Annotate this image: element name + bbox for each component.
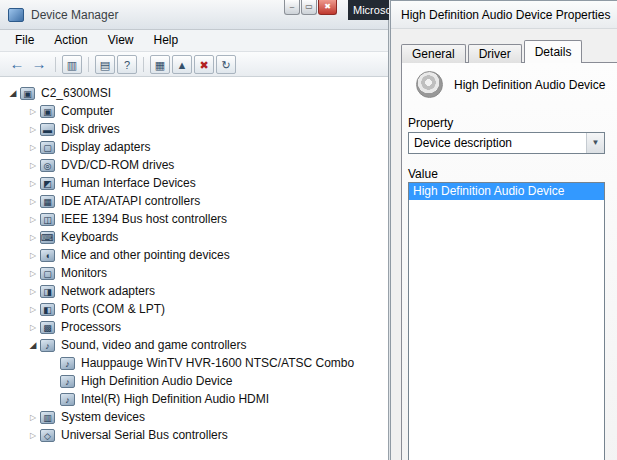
- expand-arrow-icon[interactable]: ▷: [26, 125, 40, 134]
- expand-arrow-icon[interactable]: ▷: [26, 269, 40, 278]
- tree-item-label: Disk drives: [61, 122, 120, 136]
- properties-dialog-titlebar[interactable]: High Definition Audio Device Properties: [391, 1, 617, 29]
- menu-view[interactable]: View: [98, 31, 144, 50]
- tree-item-label: IEEE 1394 Bus host controllers: [61, 212, 227, 226]
- hid-icon: ◩: [40, 177, 55, 190]
- collapse-arrow-icon[interactable]: ◢: [6, 88, 20, 98]
- tree-item[interactable]: ▷▬Disk drives: [0, 120, 387, 138]
- sound-controller-icon: ♪: [40, 339, 55, 352]
- menu-bar: FileActionViewHelp: [0, 30, 388, 52]
- expand-arrow-icon[interactable]: ▷: [26, 143, 40, 152]
- expand-arrow-icon[interactable]: ▷: [26, 179, 40, 188]
- tree-item[interactable]: ▷▩Processors: [0, 318, 387, 336]
- value-listbox[interactable]: High Definition Audio Device: [408, 182, 605, 460]
- tree-item[interactable]: ◢♪Sound, video and game controllers: [0, 336, 387, 354]
- tree-item-label: DVD/CD-ROM drives: [61, 158, 174, 172]
- tree-item[interactable]: ♪High Definition Audio Device: [0, 372, 387, 390]
- tree-item[interactable]: ▷◩Human Interface Devices: [0, 174, 387, 192]
- expand-arrow-icon[interactable]: ▷: [26, 323, 40, 332]
- export-list-icon[interactable]: ▤: [95, 55, 115, 74]
- tree-item[interactable]: ▷◨Network adapters: [0, 282, 387, 300]
- expand-arrow-icon[interactable]: ▷: [26, 215, 40, 224]
- forward-icon[interactable]: →: [29, 55, 49, 74]
- tree-item-label: Hauppauge WinTV HVR-1600 NTSC/ATSC Combo: [81, 356, 354, 370]
- tree-item[interactable]: ♪Hauppauge WinTV HVR-1600 NTSC/ATSC Comb…: [0, 354, 387, 372]
- tree-item[interactable]: ▷▢Display adapters: [0, 138, 387, 156]
- tab-strip: GeneralDriverDetails: [401, 41, 584, 63]
- toolbar-separator: [88, 57, 89, 72]
- background-window-title-text: Microsoft: [353, 4, 389, 16]
- expand-arrow-icon[interactable]: ▷: [26, 161, 40, 170]
- mouse-icon: ◖: [40, 249, 55, 262]
- tree-item[interactable]: ▷◖Mice and other pointing devices: [0, 246, 387, 264]
- expand-arrow-icon[interactable]: ▷: [26, 431, 40, 440]
- uninstall-icon[interactable]: ✖: [194, 55, 214, 74]
- tree-item[interactable]: ▷▣Computer: [0, 102, 387, 120]
- maximize-button[interactable]: ▭: [301, 0, 317, 15]
- keyboard-icon: ⌨: [40, 231, 55, 244]
- tab-driver[interactable]: Driver: [468, 44, 522, 63]
- tree-item[interactable]: ▷◧Ports (COM & LPT): [0, 300, 387, 318]
- value-list-item[interactable]: High Definition Audio Device: [409, 183, 604, 200]
- tree-item[interactable]: ▷▥System devices: [0, 408, 387, 426]
- expand-arrow-icon[interactable]: ▷: [26, 251, 40, 260]
- back-icon[interactable]: ←: [7, 55, 27, 74]
- menu-action[interactable]: Action: [44, 31, 97, 50]
- processor-icon: ▩: [40, 321, 55, 334]
- properties-icon[interactable]: ▦: [150, 55, 170, 74]
- tree-item-label: Human Interface Devices: [61, 176, 196, 190]
- minimize-button[interactable]: –: [284, 0, 300, 15]
- tree-item-label: Keyboards: [61, 230, 118, 244]
- value-label: Value: [408, 167, 438, 181]
- expand-arrow-icon[interactable]: ▷: [26, 197, 40, 206]
- device-manager-title: Device Manager: [31, 8, 118, 22]
- tree-item[interactable]: ◢▣C2_6300MSI: [0, 84, 387, 102]
- device-manager-titlebar[interactable]: Device Manager –▭✖: [0, 0, 388, 30]
- toolbar: ←→▥▤?▦▲✖↻: [0, 52, 388, 77]
- property-dropdown-value: Device description: [414, 136, 512, 150]
- ide-controller-icon: ▦: [40, 195, 55, 208]
- tree-item[interactable]: ♪Intel(R) High Definition Audio HDMI: [0, 390, 387, 408]
- toolbar-separator: [143, 57, 144, 72]
- property-dropdown[interactable]: Device description ▼: [408, 132, 605, 154]
- menu-file[interactable]: File: [5, 31, 44, 50]
- expand-arrow-icon[interactable]: ▷: [26, 233, 40, 242]
- tree-item-label: Intel(R) High Definition Audio HDMI: [81, 392, 269, 406]
- expand-arrow-icon[interactable]: ▷: [26, 107, 40, 116]
- monitor-icon: ▢: [40, 267, 55, 280]
- tree-item-label: C2_6300MSI: [41, 86, 111, 100]
- tree-item[interactable]: ▷◇Universal Serial Bus controllers: [0, 426, 387, 444]
- expand-arrow-icon[interactable]: ▷: [26, 287, 40, 296]
- scan-hardware-changes-icon[interactable]: ↻: [216, 55, 236, 74]
- tree-item-label: Sound, video and game controllers: [61, 338, 246, 352]
- tree-item[interactable]: ▷⌨Keyboards: [0, 228, 387, 246]
- tree-item-label: Network adapters: [61, 284, 155, 298]
- desktop: Device Manager –▭✖ FileActionViewHelp ←→…: [0, 0, 617, 460]
- tree-item[interactable]: ▷◫IEEE 1394 Bus host controllers: [0, 210, 387, 228]
- expand-arrow-icon[interactable]: ▷: [26, 305, 40, 314]
- tree-item-label: Monitors: [61, 266, 107, 280]
- dvd-drive-icon: ◎: [40, 159, 55, 172]
- background-window-title[interactable]: Microsoft: [348, 0, 389, 20]
- properties-dialog-title: High Definition Audio Device Properties: [401, 8, 610, 22]
- details-tab-page: High Definition Audio Device Property De…: [401, 62, 617, 460]
- tree-item[interactable]: ▷▢Monitors: [0, 264, 387, 282]
- update-driver-icon[interactable]: ▲: [172, 55, 192, 74]
- tree-item[interactable]: ▷◎DVD/CD-ROM drives: [0, 156, 387, 174]
- tree-item-label: Mice and other pointing devices: [61, 248, 230, 262]
- close-button[interactable]: ✖: [318, 0, 337, 15]
- help-icon[interactable]: ?: [117, 55, 137, 74]
- tree-item-label: System devices: [61, 410, 145, 424]
- menu-help[interactable]: Help: [144, 31, 189, 50]
- device-name: High Definition Audio Device: [454, 78, 605, 92]
- tab-general[interactable]: General: [401, 44, 466, 63]
- network-adapter-icon: ◨: [40, 285, 55, 298]
- expand-arrow-icon[interactable]: ▷: [26, 413, 40, 422]
- console-tree-icon[interactable]: ▥: [62, 55, 82, 74]
- speaker-icon: [416, 71, 443, 98]
- audio-device-icon: ♪: [60, 393, 75, 406]
- chevron-down-icon[interactable]: ▼: [586, 133, 604, 153]
- tree-item[interactable]: ▷▦IDE ATA/ATAPI controllers: [0, 192, 387, 210]
- collapse-arrow-icon[interactable]: ◢: [26, 340, 40, 350]
- tab-details[interactable]: Details: [524, 40, 583, 63]
